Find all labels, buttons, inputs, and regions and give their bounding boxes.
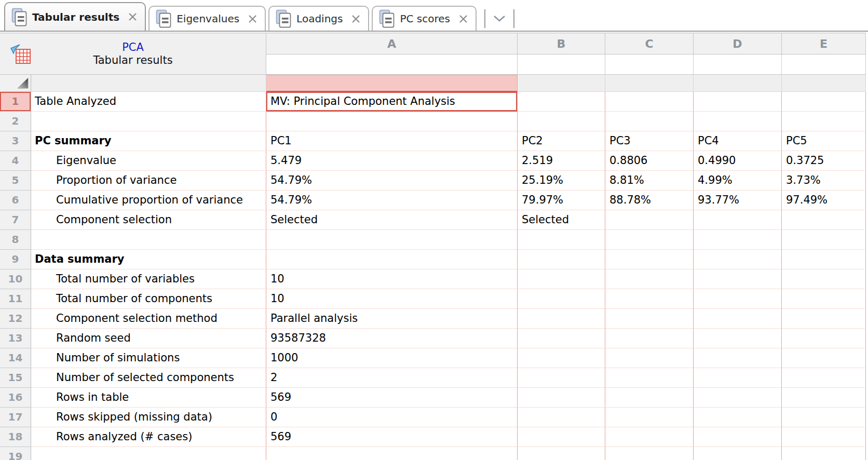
cell-A9[interactable] <box>266 250 518 269</box>
row-number-6[interactable]: 6 <box>0 191 31 210</box>
row-label-17[interactable]: Rows skipped (missing data) <box>31 408 266 427</box>
row-label-4[interactable]: Eigenvalue <box>31 151 266 171</box>
cell-D9[interactable] <box>694 250 782 269</box>
row-number-7[interactable]: 7 <box>0 210 31 230</box>
cell-B10[interactable] <box>518 269 605 289</box>
cell-D18[interactable] <box>694 427 782 447</box>
cell-C2[interactable] <box>605 112 694 131</box>
row-number-1[interactable]: 1 <box>0 92 31 112</box>
row-number-4[interactable]: 4 <box>0 151 31 171</box>
chevron-down-icon[interactable] <box>491 8 508 29</box>
cell-B7[interactable]: Selected <box>518 210 605 230</box>
close-tab-icon[interactable] <box>128 12 138 22</box>
cell-C18[interactable] <box>605 427 694 447</box>
column-title-cell-A[interactable] <box>266 55 518 75</box>
cell-D15[interactable] <box>694 368 782 388</box>
row-number-14[interactable]: 14 <box>0 348 31 368</box>
cell-C7[interactable] <box>605 210 694 230</box>
column-header-D[interactable]: D <box>694 33 782 55</box>
column-header-E[interactable]: E <box>782 33 866 55</box>
select-all-corner[interactable] <box>0 75 31 92</box>
cell-B5[interactable]: 25.19% <box>518 171 605 191</box>
cell-B8[interactable] <box>518 230 605 250</box>
cell-A7[interactable]: Selected <box>266 210 518 230</box>
row-number-11[interactable]: 11 <box>0 289 31 309</box>
cell-A11[interactable]: 10 <box>266 289 518 309</box>
cell-A17[interactable]: 0 <box>266 408 518 427</box>
cell-E18[interactable] <box>782 427 866 447</box>
row-label-3[interactable]: PC summary <box>31 131 266 151</box>
cell-E12[interactable] <box>782 309 866 329</box>
cell-E16[interactable] <box>782 388 866 408</box>
column-title-cell-C[interactable] <box>605 55 694 75</box>
row-title-header-cell[interactable] <box>31 75 266 92</box>
row-label-13[interactable]: Random seed <box>31 329 266 348</box>
cell-B9[interactable] <box>518 250 605 269</box>
row-number-9[interactable]: 9 <box>0 250 31 269</box>
cell-D11[interactable] <box>694 289 782 309</box>
row-number-8[interactable]: 8 <box>0 230 31 250</box>
cell-E6[interactable]: 97.49% <box>782 191 866 210</box>
tab-tabular-results[interactable]: Tabular results <box>4 2 146 31</box>
cell-B11[interactable] <box>518 289 605 309</box>
column-title-cell-B[interactable] <box>518 55 605 75</box>
row-number-12[interactable]: 12 <box>0 309 31 329</box>
cell-C1[interactable] <box>605 92 694 112</box>
row-label-2[interactable] <box>31 112 266 131</box>
row-label-14[interactable]: Number of simulations <box>31 348 266 368</box>
row-label-9[interactable]: Data summary <box>31 250 266 269</box>
cell-B1[interactable] <box>518 92 605 112</box>
cell-A16[interactable]: 569 <box>266 388 518 408</box>
cell-D5[interactable]: 4.99% <box>694 171 782 191</box>
row-label-10[interactable]: Total number of variables <box>31 269 266 289</box>
cell-B17[interactable] <box>518 408 605 427</box>
column-subtitle-cell-E[interactable] <box>782 75 866 92</box>
cell-E3[interactable]: PC5 <box>782 131 866 151</box>
row-label-1[interactable]: Table Analyzed <box>31 92 266 112</box>
column-subtitle-cell-A-selected[interactable] <box>266 75 518 92</box>
cell-A18[interactable]: 569 <box>266 427 518 447</box>
cell-A6[interactable]: 54.79% <box>266 191 518 210</box>
cell-D2[interactable] <box>694 112 782 131</box>
cell-B4[interactable]: 2.519 <box>518 151 605 171</box>
cell-D19[interactable] <box>694 447 782 460</box>
cell-E19[interactable] <box>782 447 866 460</box>
cell-E17[interactable] <box>782 408 866 427</box>
cell-B6[interactable]: 79.97% <box>518 191 605 210</box>
cell-C16[interactable] <box>605 388 694 408</box>
tab-pc-scores[interactable]: PC scores <box>372 6 477 31</box>
cell-D17[interactable] <box>694 408 782 427</box>
row-label-5[interactable]: Proportion of variance <box>31 171 266 191</box>
column-subtitle-cell-D[interactable] <box>694 75 782 92</box>
cell-E11[interactable] <box>782 289 866 309</box>
cell-D12[interactable] <box>694 309 782 329</box>
cell-D4[interactable]: 0.4990 <box>694 151 782 171</box>
cell-E8[interactable] <box>782 230 866 250</box>
cell-D6[interactable]: 93.77% <box>694 191 782 210</box>
cell-A8[interactable] <box>266 230 518 250</box>
column-header-A[interactable]: A <box>266 33 518 55</box>
row-label-7[interactable]: Component selection <box>31 210 266 230</box>
cell-C17[interactable] <box>605 408 694 427</box>
cell-E10[interactable] <box>782 269 866 289</box>
column-title-cell-E[interactable] <box>782 55 866 75</box>
column-subtitle-cell-C[interactable] <box>605 75 694 92</box>
column-header-B[interactable]: B <box>518 33 605 55</box>
row-label-15[interactable]: Number of selected components <box>31 368 266 388</box>
row-label-18[interactable]: Rows analyzed (# cases) <box>31 427 266 447</box>
cell-C4[interactable]: 0.8806 <box>605 151 694 171</box>
cell-A4[interactable]: 5.479 <box>266 151 518 171</box>
cell-E14[interactable] <box>782 348 866 368</box>
row-number-17[interactable]: 17 <box>0 408 31 427</box>
close-tab-icon[interactable] <box>351 14 361 24</box>
cell-A3[interactable]: PC1 <box>266 131 518 151</box>
row-number-5[interactable]: 5 <box>0 171 31 191</box>
cell-B2[interactable] <box>518 112 605 131</box>
cell-C3[interactable]: PC3 <box>605 131 694 151</box>
cell-A12[interactable]: Parallel analysis <box>266 309 518 329</box>
cell-B18[interactable] <box>518 427 605 447</box>
cell-B19[interactable] <box>518 447 605 460</box>
cell-E5[interactable]: 3.73% <box>782 171 866 191</box>
cell-D7[interactable] <box>694 210 782 230</box>
row-number-13[interactable]: 13 <box>0 329 31 348</box>
